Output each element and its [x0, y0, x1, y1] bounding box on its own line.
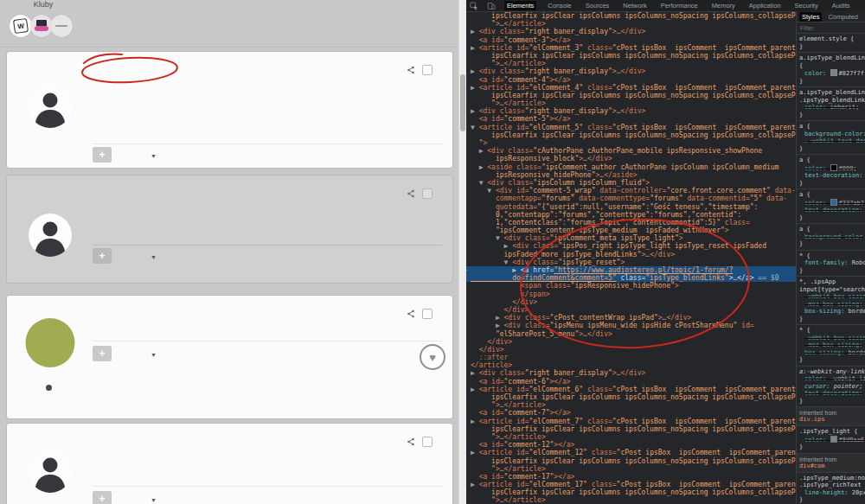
share-icon[interactable] [407, 437, 415, 446]
devtools-tab-elements[interactable]: Elements [504, 1, 536, 10]
devtools-tab-performance[interactable]: Performance [658, 1, 701, 10]
dom-tree-row[interactable]: ▶ <article id="elComment_12" class="cPos… [466, 449, 796, 456]
dom-tree-row[interactable]: <a id="comment-7"></a> [466, 409, 796, 417]
dom-tree-row[interactable]: ipsResponsive_block">…</div> [466, 155, 796, 163]
dom-tree-row[interactable]: ▶ <article id="elComment_3" class="cPost… [466, 44, 796, 52]
css-property[interactable]: -moz-box-sizing: [799, 341, 865, 349]
dom-tree-row[interactable]: ▶ <div class="ipsPos_right ipsType_light… [466, 242, 796, 250]
dom-tree-row[interactable]: ipsClearfix ipsClear ipsColumns ipsColum… [466, 52, 796, 60]
post-select-checkbox[interactable] [422, 309, 432, 319]
post-select-checkbox[interactable] [422, 65, 432, 75]
css-rule[interactable]: a.ipsType_blendLinks.ipsType_blendLinks … [797, 87, 865, 121]
css-rule[interactable]: a.ipsType_blendLinks{color: #827f7f;} [797, 53, 865, 87]
options-button[interactable]: ▼ [148, 349, 157, 359]
css-property[interactable]: box-sizing: borde [799, 308, 865, 316]
css-rule[interactable]: a {color: #337ab7;text-decoration: } [797, 189, 865, 224]
like-heart-button[interactable]: ♥ [420, 344, 445, 370]
css-property[interactable]: -webkit-box-sizin [799, 335, 865, 342]
share-icon[interactable] [407, 309, 415, 318]
css-rule[interactable]: a:-webkit-any-link {color: -webkit-licur… [797, 367, 865, 408]
scrollbar-thumb[interactable] [460, 74, 465, 131]
guest-avatar[interactable] [29, 85, 72, 128]
dom-tree-row[interactable]: ▶ <article id="elComment_6" class="cPost… [466, 386, 796, 393]
dom-tree-row[interactable]: ipsClearfix ipsClear ipsColumns ipsColum… [466, 425, 796, 433]
dom-tree-row[interactable]: 0,"contentapp":"forums","contenttype":"f… [466, 211, 796, 219]
options-button[interactable]: ▼ [148, 150, 157, 160]
css-rule[interactable]: element.style {} [797, 34, 865, 53]
dom-tree-row[interactable]: ▶ <div class="right baner_display">…</di… [466, 107, 796, 115]
dom-tree-row[interactable]: ▼ <div class="ipsColumn ipsColumn_fluid"… [466, 179, 796, 187]
css-property[interactable]: line-height: 20px [799, 489, 865, 497]
dom-tree-row[interactable]: </div> [466, 306, 796, 314]
css-property[interactable]: text-decoration: [799, 207, 865, 214]
css-rule[interactable]: *, .ipsAppinput[type="search"]-webkit-bo… [797, 277, 865, 325]
css-rule[interactable]: * {-webkit-box-sizin -moz-box-sizing: bo… [797, 325, 865, 367]
dom-tree-row[interactable]: ▶ <article id="elComment_7" class="cPost… [466, 418, 796, 425]
reaction-plus-button[interactable]: + [93, 346, 112, 361]
devtools-tab-application[interactable]: Application [746, 1, 784, 10]
dom-tree-row[interactable]: ▶ <div class="cAuthorPane cAuthorPane_mo… [466, 147, 796, 155]
css-property[interactable]: color: #000; [799, 164, 865, 173]
dom-tree-row[interactable]: <a id="comment-3"></a> [466, 36, 796, 44]
dom-tree-row[interactable]: ▶ <article id="elComment_4" class="cPost… [466, 84, 796, 92]
css-property[interactable]: color: inherit; [799, 104, 865, 112]
dom-tree-row[interactable]: <a id="comment-17"></a> [466, 473, 796, 481]
css-rule[interactable]: .ipsType_light {color: #8d9aa6;} [797, 426, 865, 454]
share-icon[interactable] [407, 66, 415, 74]
css-rule[interactable]: a {background-color: ⚠-webkit-text-deco … [797, 121, 865, 155]
dom-tree-row[interactable]: ▶ <div class="right baner_display">…</di… [466, 369, 796, 377]
css-property[interactable]: text-decoration: [799, 390, 865, 398]
devtools-tab-security[interactable]: Security [792, 1, 821, 10]
dom-tree-row[interactable]: commentapp="forums" data-commenttype="fo… [466, 195, 796, 202]
dom-tree-row[interactable]: </span> [466, 290, 796, 298]
dom-tree-row[interactable]: </div> [466, 346, 796, 354]
share-icon[interactable] [407, 189, 415, 198]
dom-tree-row[interactable]: "ipsComment_content ipsType_medium ipsFa… [466, 226, 796, 234]
color-swatch[interactable] [830, 164, 837, 171]
dom-tree-row[interactable]: "elSharePost_5_menu">…</div> [466, 330, 796, 338]
guest-avatar[interactable] [29, 450, 72, 493]
options-button[interactable]: ▼ [148, 252, 157, 261]
inherited-element-link[interactable]: div.ips [799, 416, 825, 423]
css-property[interactable]: -moz-box-sizing: [799, 301, 865, 309]
css-property[interactable]: color: #8d9aa6; [799, 436, 865, 444]
css-property[interactable]: background-color: [799, 131, 865, 138]
css-property[interactable]: box-sizing: borde [799, 349, 865, 357]
dom-tree-row[interactable]: ">…</article> [466, 496, 796, 504]
css-property[interactable]: -webkit-box-sizin [799, 293, 865, 301]
device-toolbar-icon[interactable] [487, 2, 496, 10]
club-avatar-wa[interactable]: W [10, 15, 32, 37]
dom-tree-row[interactable]: 1,"contentclass":"forums_Topic","content… [466, 219, 796, 226]
dom-tree-row[interactable]: ">…</article> [466, 99, 796, 107]
styles-filter[interactable]: Filter [797, 22, 865, 34]
css-rule[interactable]: a {background-color } [797, 224, 865, 251]
dom-tree-row[interactable]: ipsClearfix ipsClear ipsColumns ipsColum… [466, 92, 796, 99]
page-scrollbar[interactable] [458, 0, 466, 504]
css-rule[interactable]: .ipsType_medium:not(.ipsType_richText ) … [797, 473, 865, 504]
member-avatar[interactable] [26, 318, 75, 367]
color-swatch[interactable] [830, 199, 837, 206]
dom-tree-row[interactable]: ▼ <div class="ipsComment_meta ipsType_li… [466, 234, 796, 242]
css-rule[interactable]: a {color: #000;text-decoration: } [797, 155, 865, 189]
guest-avatar[interactable] [29, 214, 72, 257]
dom-tree-row[interactable]: ipsClearfix ipsClear ipsColumns ipsColum… [466, 393, 796, 401]
dom-tree-row[interactable]: ipsClearfix ipsClear ipsColumns ipsColum… [466, 457, 796, 465]
dom-tree-row[interactable]: ▶ <div class="ipsMenu ipsMenu_wide ipsHi… [466, 322, 796, 329]
css-property[interactable]: color: #337ab7; [799, 199, 865, 207]
dom-tree-row[interactable]: <a id="comment-12"></a> [466, 441, 796, 449]
dom-tree-row[interactable]: </div> [466, 338, 796, 346]
dom-tree-row[interactable]: ▶ <article id="elComment_17" class="cPos… [466, 481, 796, 488]
css-property[interactable]: color: #827f7f; [799, 69, 865, 78]
inspect-element-icon[interactable] [470, 2, 478, 10]
reaction-plus-button[interactable]: + [93, 491, 112, 504]
css-property[interactable]: cursor: pointer; [799, 383, 865, 391]
dom-tree-row[interactable]: ▶ <aside class="ipsComment_author cAutho… [466, 163, 796, 171]
css-property[interactable]: font-family: Robo [799, 259, 865, 267]
dom-tree-row[interactable]: ">…</article> [466, 433, 796, 441]
dom-tree-row[interactable]: ▼ <div id="comment-5_wrap" data-controll… [466, 187, 796, 195]
devtools-tab-sources[interactable]: Sources [583, 1, 612, 10]
dom-tree-row[interactable]: ▼ <div class="ipsType_reset"> [466, 258, 796, 266]
sidebar-tab-computed[interactable]: Computed [825, 12, 861, 22]
dom-tree-row[interactable]: ">…</article> [466, 465, 796, 473]
inherited-element-link[interactable]: div#com [799, 463, 825, 469]
